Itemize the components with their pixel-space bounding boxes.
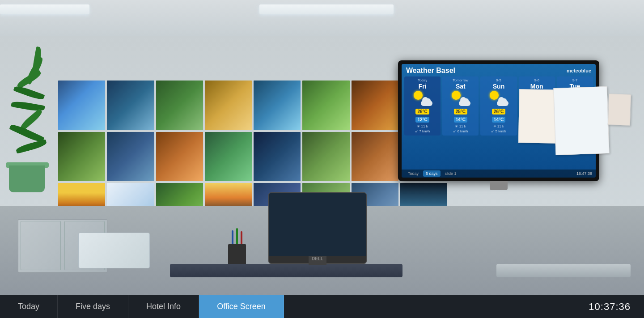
bottom-navigation: Today Five days Hotel Info Office Screen… [0,295,644,318]
day-period-label: Today [406,78,439,82]
photo-tile [254,132,301,182]
sun-icon [414,91,423,100]
printer [78,233,150,268]
weather-icon [413,90,432,106]
nav-tab-five-days[interactable]: Five days [58,295,128,318]
weather-day-saturday: Tomorrow Sat 25°C 14°C ☀ 11 h [442,76,479,136]
desk-monitor: DELL [268,192,367,264]
nav-tab-office-screen[interactable]: Office Screen [199,295,284,318]
monitor-screen [269,193,366,256]
sun-hours: ☀ 11 h [406,124,439,129]
photo-tile [107,81,154,130]
nav-tab-five-days-label: Five days [76,302,110,311]
photo-tile [352,132,398,182]
temp-high: 25°C [454,109,467,114]
photo-tile [58,81,105,130]
pen [232,230,233,244]
photo-tile [107,132,154,182]
weather-detail: ☀ 11 h ↙ 5 km/h [482,124,515,134]
clock-display: 10:37:36 [589,301,631,313]
day-name: Fri [406,83,439,90]
wall-paper-notice-3 [608,93,631,126]
photo-tile [156,132,203,182]
sun-icon [452,91,461,100]
ceiling-light-center [259,4,394,14]
day-period-label: Tomorrow [444,78,477,82]
day-period-label: 9-5 [482,78,515,82]
pen [241,231,242,244]
weather-icon [489,90,508,106]
day-period-label: 9-6 [521,78,553,82]
photo-tile [205,81,252,130]
weather-title: Weather Basel [406,67,455,75]
nav-tabs-container: Today Five days Hotel Info Office Screen [0,295,575,318]
photo-tile [254,81,301,130]
temp-low: 14°C [454,117,467,123]
main-desk [170,264,402,277]
weather-icon [451,90,470,106]
plant-pot [9,165,45,192]
plant-leaves [7,54,56,179]
photo-tile [302,132,349,182]
pen-holder [228,244,246,266]
tv-tab-slide1[interactable]: slide 1 [442,170,459,177]
office-background: Weather Basel meteoblue Today Fri [0,0,644,295]
ceiling [0,0,644,36]
photo-tile [352,81,398,130]
temp-low: 12°C [415,117,429,123]
photo-tile [302,81,349,130]
wall-paper-notice-2 [553,86,609,155]
nav-tab-hotel-info-label: Hotel Info [146,302,181,311]
temp-row: 26°C 12°C [406,107,439,123]
temp-row: 25°C 14°C [444,107,477,123]
tv-tab-today[interactable]: Today [405,170,421,177]
weather-day-sunday: 9-5 Sun 26°C 14°C ☀ 11 h [480,76,517,136]
tv-bottom-bar: Today 5 days slide 1 16:47:38 [402,170,596,178]
tv-tab-5days[interactable]: 5 days [423,170,441,177]
temp-row: 26°C 14°C [482,107,515,123]
weather-detail: ☀ 11 h ↙ 7 km/h [406,124,439,134]
pen [236,228,238,244]
nav-tab-today[interactable]: Today [0,295,58,318]
nav-tab-today-label: Today [18,302,39,311]
nav-tab-hotel-info[interactable]: Hotel Info [128,295,199,318]
temp-high: 26°C [492,109,505,114]
weather-day-friday: Today Fri 26°C 12°C ☀ 11 h [404,76,441,136]
weather-detail: ☀ 11 h ↙ 6 km/h [444,124,477,134]
ceiling-light-left [0,4,89,14]
sun-icon [490,91,499,100]
temp-low: 14°C [492,117,505,123]
leaf [13,84,45,101]
right-desk [496,264,631,277]
tv-bracket [490,181,508,190]
photo-tile [205,132,252,182]
sun-hours: ☀ 11 h [444,124,477,129]
tv-clock: 16:47:38 [576,171,592,176]
photo-tile [156,81,203,130]
leaf [15,139,47,154]
cloud-icon [497,101,508,106]
day-period-label: 9-7 [559,78,591,82]
wind-speed: ↙ 5 km/h [482,129,515,134]
day-name: Sat [444,83,477,90]
wind-speed: ↙ 6 km/h [444,129,477,134]
day-name: Sun [482,83,515,90]
sun-hours: ☀ 11 h [482,124,515,129]
desk-area: DELL [0,206,644,295]
meteoblue-logo: meteoblue [567,68,591,73]
wind-speed: ↙ 7 km/h [406,129,439,134]
cloud-icon [459,101,470,106]
dell-logo: DELL [312,256,323,261]
decorative-plant [2,54,60,210]
nav-tab-office-screen-label: Office Screen [217,302,266,311]
weather-header: Weather Basel meteoblue [402,64,596,76]
cloud-icon [421,101,432,106]
temp-high: 26°C [415,109,429,114]
photo-tile [58,132,105,182]
navigation-clock: 10:37:36 [575,295,644,318]
